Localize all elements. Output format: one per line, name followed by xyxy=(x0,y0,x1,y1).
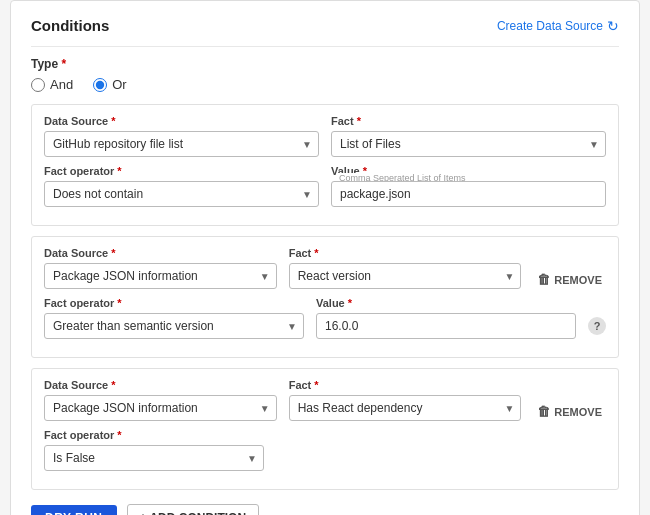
add-condition-button[interactable]: + ADD CONDITION xyxy=(127,504,260,515)
radio-and-label: And xyxy=(50,77,73,92)
condition3-fact-select-wrapper: Has React dependency ▼ xyxy=(289,395,522,421)
condition2-operator-group: Fact operator * Greater than semantic ve… xyxy=(44,297,304,339)
condition3-trash-icon: 🗑 xyxy=(537,404,550,419)
condition3-fact-select[interactable]: Has React dependency xyxy=(289,395,522,421)
condition-block-2: Data Source * Package JSON information ▼… xyxy=(31,236,619,358)
condition1-row2: Fact operator * Does not contain ▼ Value… xyxy=(44,165,606,207)
condition2-fact-select[interactable]: React version xyxy=(289,263,522,289)
condition1-value-wrapper: Comma Seperated List of Items xyxy=(331,181,606,207)
condition3-row2: Fact operator * Is False ▼ xyxy=(44,429,606,471)
condition2-datasource-label: Data Source * xyxy=(44,247,277,259)
condition1-value-group: Value * Comma Seperated List of Items xyxy=(331,165,606,207)
type-label: Type * xyxy=(31,57,619,71)
condition1-operator-select-wrapper: Does not contain ▼ xyxy=(44,181,319,207)
condition1-value-label: Value * xyxy=(331,165,606,177)
condition-block-1: Data Source * GitHub repository file lis… xyxy=(31,104,619,226)
condition1-operator-select[interactable]: Does not contain xyxy=(44,181,319,207)
condition1-fact-select-wrapper: List of Files ▼ xyxy=(331,131,606,157)
condition2-value-input[interactable] xyxy=(316,313,576,339)
condition2-remove-label: REMOVE xyxy=(554,274,602,286)
conditions-panel: Conditions Create Data Source ↻ Type * A… xyxy=(10,0,640,515)
condition2-help-icon[interactable]: ? xyxy=(588,317,606,335)
condition-block-3: Data Source * Package JSON information ▼… xyxy=(31,368,619,490)
condition2-operator-select-wrapper: Greater than semantic version ▼ xyxy=(44,313,304,339)
header-divider xyxy=(31,46,619,47)
condition1-datasource-select[interactable]: GitHub repository file list xyxy=(44,131,319,157)
radio-or-input[interactable] xyxy=(93,78,107,92)
condition2-datasource-select[interactable]: Package JSON information xyxy=(44,263,277,289)
condition3-operator-label: Fact operator * xyxy=(44,429,606,441)
condition3-fact-label: Fact * xyxy=(289,379,522,391)
condition2-trash-icon: 🗑 xyxy=(537,272,550,287)
condition1-value-input[interactable] xyxy=(331,181,606,207)
condition3-operator-select[interactable]: Is False xyxy=(44,445,264,471)
condition3-datasource-select-wrapper: Package JSON information ▼ xyxy=(44,395,277,421)
refresh-icon: ↻ xyxy=(607,18,619,34)
condition3-row1: Data Source * Package JSON information ▼… xyxy=(44,379,606,421)
condition3-datasource-select[interactable]: Package JSON information xyxy=(44,395,277,421)
condition2-operator-label: Fact operator * xyxy=(44,297,304,309)
condition2-fact-select-wrapper: React version ▼ xyxy=(289,263,522,289)
condition1-fact-select[interactable]: List of Files xyxy=(331,131,606,157)
condition2-fact-label: Fact * xyxy=(289,247,522,259)
condition2-row2: Fact operator * Greater than semantic ve… xyxy=(44,297,606,339)
panel-header: Conditions Create Data Source ↻ xyxy=(31,17,619,34)
radio-or[interactable]: Or xyxy=(93,77,126,92)
condition1-datasource-select-wrapper: GitHub repository file list ▼ xyxy=(44,131,319,157)
condition3-datasource-group: Data Source * Package JSON information ▼ xyxy=(44,379,277,421)
create-datasource-label: Create Data Source xyxy=(497,19,603,33)
radio-or-label: Or xyxy=(112,77,126,92)
condition2-operator-select[interactable]: Greater than semantic version xyxy=(44,313,304,339)
condition1-fact-label: Fact * xyxy=(331,115,606,127)
condition3-datasource-label: Data Source * xyxy=(44,379,277,391)
panel-title: Conditions xyxy=(31,17,109,34)
condition1-datasource-group: Data Source * GitHub repository file lis… xyxy=(44,115,319,157)
condition1-operator-group: Fact operator * Does not contain ▼ xyxy=(44,165,319,207)
condition3-remove-label: REMOVE xyxy=(554,406,602,418)
condition3-operator-group: Fact operator * Is False ▼ xyxy=(44,429,606,471)
condition2-value-group: Value * xyxy=(316,297,576,339)
condition2-row1: Data Source * Package JSON information ▼… xyxy=(44,247,606,289)
footer-buttons: DRY RUN + ADD CONDITION xyxy=(31,504,619,515)
condition1-row1: Data Source * GitHub repository file lis… xyxy=(44,115,606,157)
condition2-datasource-group: Data Source * Package JSON information ▼ xyxy=(44,247,277,289)
condition2-fact-group: Fact * React version ▼ xyxy=(289,247,522,289)
dry-run-button[interactable]: DRY RUN xyxy=(31,505,117,515)
condition2-remove-button[interactable]: 🗑 REMOVE xyxy=(533,270,606,289)
condition3-operator-select-wrapper: Is False ▼ xyxy=(44,445,264,471)
condition2-datasource-select-wrapper: Package JSON information ▼ xyxy=(44,263,277,289)
condition3-remove-button[interactable]: 🗑 REMOVE xyxy=(533,402,606,421)
condition1-fact-group: Fact * List of Files ▼ xyxy=(331,115,606,157)
condition1-datasource-label: Data Source * xyxy=(44,115,319,127)
radio-and[interactable]: And xyxy=(31,77,73,92)
condition2-value-label: Value * xyxy=(316,297,576,309)
condition3-fact-group: Fact * Has React dependency ▼ xyxy=(289,379,522,421)
type-radio-group: And Or xyxy=(31,77,619,92)
create-datasource-link[interactable]: Create Data Source ↻ xyxy=(497,18,619,34)
condition1-operator-label: Fact operator * xyxy=(44,165,319,177)
radio-and-input[interactable] xyxy=(31,78,45,92)
